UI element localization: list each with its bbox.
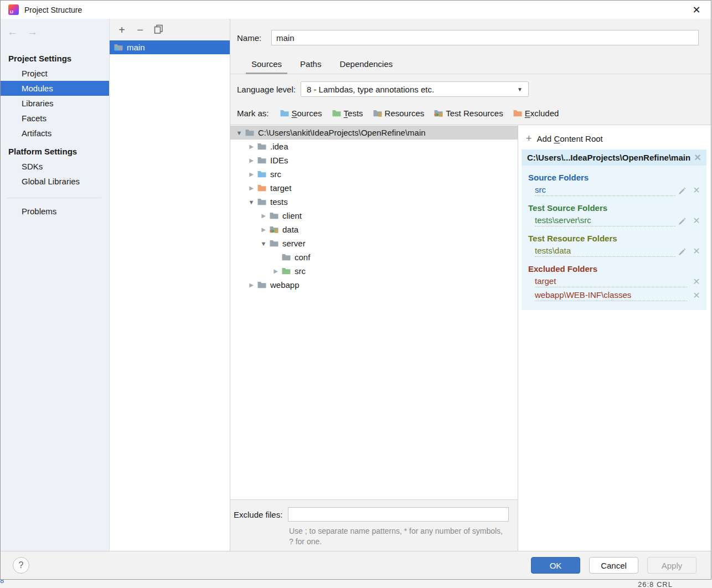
dialog-body: ← → Project SettingsProjectModulesLibrar… xyxy=(1,19,711,551)
forward-icon[interactable]: → xyxy=(27,26,38,40)
tree-node-label: C:\Users\ankit\IdeaProjects\OpenRefine\m… xyxy=(258,128,426,137)
content-tree-column: ▼C:\Users\ankit\IdeaProjects\OpenRefine\… xyxy=(230,125,518,551)
expand-icon[interactable]: ▶ xyxy=(246,157,257,163)
expand-icon[interactable]: ▶ xyxy=(258,213,269,219)
add-module-button[interactable]: + xyxy=(117,24,127,35)
tree-node-src[interactable]: ▶src xyxy=(230,167,518,181)
tree-node-src[interactable]: ▶src xyxy=(230,264,518,278)
language-level-select[interactable]: 8 - Lambdas, type annotations etc. ▼ xyxy=(301,81,529,97)
edit-folder-icon[interactable] xyxy=(678,218,686,226)
sidebar-item-artifacts[interactable]: Artifacts xyxy=(1,126,109,141)
expand-icon[interactable]: ▶ xyxy=(270,268,281,274)
tree-node-label: client xyxy=(282,211,302,220)
remove-folder-icon[interactable]: ✕ xyxy=(692,290,701,301)
remove-folder-icon[interactable]: ✕ xyxy=(692,276,701,287)
folder-orange-icon xyxy=(513,109,523,117)
tree-node-tests[interactable]: ▼tests xyxy=(230,195,518,209)
tree-node-c-users-ankit-ideaprojects-openrefine-main[interactable]: ▼C:\Users\ankit\IdeaProjects\OpenRefine\… xyxy=(230,126,518,140)
folder-group-title-source-folders: Source Folders xyxy=(528,173,701,182)
sidebar-divider xyxy=(7,198,101,198)
remove-content-root-icon[interactable]: ✕ xyxy=(693,152,702,163)
tree-node-webapp[interactable]: ▶webapp xyxy=(230,278,518,292)
mark-as-label-resources: Resources xyxy=(385,109,425,118)
folder-test-resources-icon xyxy=(269,225,279,234)
close-icon[interactable]: ✕ xyxy=(690,4,703,16)
mark-as-sources[interactable]: Sources xyxy=(280,109,322,118)
folder-gray-icon xyxy=(257,156,267,164)
folder-gray-icon xyxy=(257,281,267,289)
edit-folder-icon[interactable] xyxy=(678,187,686,195)
cancel-button[interactable]: Cancel xyxy=(589,557,638,574)
folder-path[interactable]: tests\server\src xyxy=(535,215,591,225)
module-name-input[interactable] xyxy=(271,30,699,45)
tab-paths[interactable]: Paths xyxy=(295,56,327,74)
sources-split: ▼C:\Users\ankit\IdeaProjects\OpenRefine\… xyxy=(230,125,711,551)
expand-icon[interactable]: ▶ xyxy=(246,171,257,177)
module-list-item[interactable]: main xyxy=(110,40,230,54)
apply-button[interactable]: Apply xyxy=(647,557,696,574)
help-button[interactable]: ? xyxy=(13,557,29,574)
copy-module-button[interactable] xyxy=(153,24,163,35)
folder-group-title-excluded-folders: Excluded Folders xyxy=(528,264,701,274)
remove-module-button[interactable]: − xyxy=(135,24,145,35)
exclude-files-section: Exclude files: Use ; to separate name pa… xyxy=(230,499,518,551)
tree-node-label: src xyxy=(270,169,281,179)
folder-path[interactable]: tests\data xyxy=(535,246,571,255)
expand-icon[interactable]: ▶ xyxy=(258,226,269,233)
sidebar-item-global-libraries[interactable]: Global Libraries xyxy=(1,174,109,189)
mark-as-excluded[interactable]: Excluded xyxy=(513,109,559,118)
title-bar: IJ Project Structure ✕ xyxy=(1,1,711,19)
remove-folder-icon[interactable]: ✕ xyxy=(692,246,701,256)
tab-dependencies[interactable]: Dependencies xyxy=(334,56,398,74)
mark-as-resources[interactable]: Resources xyxy=(373,109,425,118)
sidebar-item-sdks[interactable]: SDKs xyxy=(1,159,109,174)
expand-icon[interactable]: ▶ xyxy=(246,185,257,191)
folder-resources-icon xyxy=(373,109,383,117)
mark-as-row: Mark as: SourcesTestsResourcesTest Resou… xyxy=(237,109,711,118)
collapse-icon[interactable]: ▼ xyxy=(234,130,245,136)
add-content-root-button[interactable]: + Add Content Root xyxy=(522,128,706,149)
remove-folder-icon[interactable]: ✕ xyxy=(692,185,701,195)
tree-node-client[interactable]: ▶client xyxy=(230,209,518,223)
remove-folder-icon[interactable]: ✕ xyxy=(692,215,701,226)
tree-node-conf[interactable]: conf xyxy=(230,250,518,264)
folder-path[interactable]: webapp\WEB-INF\classes xyxy=(535,290,631,300)
tree-node-server[interactable]: ▼server xyxy=(230,236,518,250)
mark-as-tests[interactable]: Tests xyxy=(332,109,363,118)
folder-gray-icon xyxy=(281,253,291,261)
collapse-icon[interactable]: ▼ xyxy=(258,240,269,247)
folder-entry: src✕ xyxy=(535,185,701,196)
expand-icon[interactable]: ▶ xyxy=(246,143,257,149)
project-structure-dialog: IJ Project Structure ✕ ← → Project Setti… xyxy=(0,0,711,580)
ok-button[interactable]: OK xyxy=(531,557,580,574)
folder-entry: tests\server\src✕ xyxy=(535,215,701,226)
folder-gray-icon xyxy=(269,212,279,220)
language-level-row: Language level: 8 - Lambdas, type annota… xyxy=(237,81,711,97)
folder-gray-icon xyxy=(257,142,267,151)
tree-node-label: target xyxy=(270,183,291,193)
settings-sidebar: ← → Project SettingsProjectModulesLibrar… xyxy=(1,19,109,551)
mark-as-test-resources[interactable]: Test Resources xyxy=(434,109,503,118)
exclude-files-input[interactable] xyxy=(288,507,509,522)
folder-path[interactable]: target xyxy=(535,276,556,286)
tree-node-target[interactable]: ▶target xyxy=(230,181,518,195)
edit-folder-icon[interactable] xyxy=(678,248,686,256)
tree-node-ides[interactable]: ▶IDEs xyxy=(230,153,518,167)
collapse-icon[interactable]: ▼ xyxy=(246,199,257,205)
folder-path[interactable]: src xyxy=(535,185,546,194)
expand-icon[interactable]: ▶ xyxy=(246,282,257,288)
back-icon[interactable]: ← xyxy=(7,26,18,40)
sidebar-item-project[interactable]: Project xyxy=(1,66,109,81)
sidebar-item-libraries[interactable]: Libraries xyxy=(1,96,109,111)
tree-node-idea[interactable]: ▶.idea xyxy=(230,140,518,153)
sidebar-item-modules[interactable]: Modules xyxy=(1,81,109,96)
folder-path-line: webapp\WEB-INF\classes xyxy=(535,290,687,301)
sidebar-item-problems[interactable]: Problems xyxy=(1,204,109,219)
tree-node-data[interactable]: ▶data xyxy=(230,223,518,236)
folder-groups: Source Folderssrc✕Test Source Folderstes… xyxy=(522,173,706,310)
tab-sources[interactable]: Sources xyxy=(246,56,287,74)
folder-green-icon xyxy=(281,267,291,275)
exclude-files-help: Use ; to separate name patterns, * for a… xyxy=(289,526,527,547)
folder-path-line: tests\data xyxy=(535,246,675,257)
sidebar-item-facets[interactable]: Facets xyxy=(1,111,109,126)
